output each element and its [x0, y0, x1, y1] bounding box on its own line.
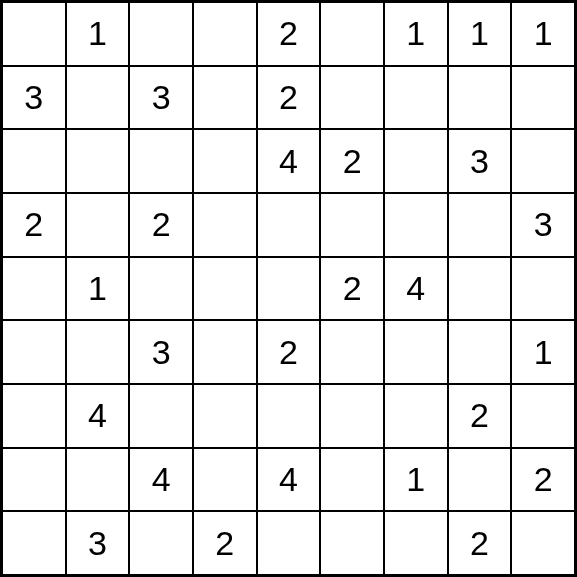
cell-0-8[interactable]: 1 — [511, 2, 575, 66]
cell-2-5[interactable]: 2 — [320, 129, 384, 193]
cell-3-1[interactable] — [66, 193, 130, 257]
cell-2-2[interactable] — [129, 129, 193, 193]
cell-3-6[interactable] — [384, 193, 448, 257]
cell-5-3[interactable] — [193, 320, 257, 384]
cell-8-7[interactable]: 2 — [448, 511, 512, 575]
cell-3-2[interactable]: 2 — [129, 193, 193, 257]
puzzle-grid: 1 2 1 1 1 3 3 2 4 2 3 2 2 3 1 2 4 3 2 1 … — [0, 0, 577, 577]
cell-0-7[interactable]: 1 — [448, 2, 512, 66]
cell-2-4[interactable]: 4 — [257, 129, 321, 193]
cell-5-7[interactable] — [448, 320, 512, 384]
cell-7-8[interactable]: 2 — [511, 448, 575, 512]
cell-1-5[interactable] — [320, 66, 384, 130]
cell-5-5[interactable] — [320, 320, 384, 384]
cell-6-1[interactable]: 4 — [66, 384, 130, 448]
cell-3-7[interactable] — [448, 193, 512, 257]
cell-8-8[interactable] — [511, 511, 575, 575]
cell-4-6[interactable]: 4 — [384, 257, 448, 321]
cell-0-3[interactable] — [193, 2, 257, 66]
cell-0-2[interactable] — [129, 2, 193, 66]
cell-5-6[interactable] — [384, 320, 448, 384]
cell-2-1[interactable] — [66, 129, 130, 193]
cell-7-7[interactable] — [448, 448, 512, 512]
cell-6-4[interactable] — [257, 384, 321, 448]
cell-5-1[interactable] — [66, 320, 130, 384]
cell-6-8[interactable] — [511, 384, 575, 448]
cell-8-3[interactable]: 2 — [193, 511, 257, 575]
cell-4-5[interactable]: 2 — [320, 257, 384, 321]
cell-8-2[interactable] — [129, 511, 193, 575]
cell-5-0[interactable] — [2, 320, 66, 384]
cell-3-8[interactable]: 3 — [511, 193, 575, 257]
cell-0-5[interactable] — [320, 2, 384, 66]
cell-2-0[interactable] — [2, 129, 66, 193]
cell-3-5[interactable] — [320, 193, 384, 257]
cell-2-7[interactable]: 3 — [448, 129, 512, 193]
cell-7-0[interactable] — [2, 448, 66, 512]
cell-1-8[interactable] — [511, 66, 575, 130]
cell-4-7[interactable] — [448, 257, 512, 321]
cell-3-0[interactable]: 2 — [2, 193, 66, 257]
cell-1-6[interactable] — [384, 66, 448, 130]
cell-7-3[interactable] — [193, 448, 257, 512]
cell-7-6[interactable]: 1 — [384, 448, 448, 512]
cell-1-7[interactable] — [448, 66, 512, 130]
cell-8-0[interactable] — [2, 511, 66, 575]
cell-4-2[interactable] — [129, 257, 193, 321]
cell-5-4[interactable]: 2 — [257, 320, 321, 384]
cell-8-1[interactable]: 3 — [66, 511, 130, 575]
cell-8-5[interactable] — [320, 511, 384, 575]
cell-4-1[interactable]: 1 — [66, 257, 130, 321]
cell-3-3[interactable] — [193, 193, 257, 257]
cell-5-2[interactable]: 3 — [129, 320, 193, 384]
cell-1-3[interactable] — [193, 66, 257, 130]
cell-6-6[interactable] — [384, 384, 448, 448]
cell-4-3[interactable] — [193, 257, 257, 321]
cell-4-0[interactable] — [2, 257, 66, 321]
cell-7-1[interactable] — [66, 448, 130, 512]
cell-7-5[interactable] — [320, 448, 384, 512]
cell-0-4[interactable]: 2 — [257, 2, 321, 66]
cell-2-6[interactable] — [384, 129, 448, 193]
cell-6-0[interactable] — [2, 384, 66, 448]
cell-7-4[interactable]: 4 — [257, 448, 321, 512]
cell-8-6[interactable] — [384, 511, 448, 575]
cell-0-0[interactable] — [2, 2, 66, 66]
cell-6-7[interactable]: 2 — [448, 384, 512, 448]
cell-1-0[interactable]: 3 — [2, 66, 66, 130]
cell-3-4[interactable] — [257, 193, 321, 257]
cell-2-8[interactable] — [511, 129, 575, 193]
cell-1-4[interactable]: 2 — [257, 66, 321, 130]
cell-7-2[interactable]: 4 — [129, 448, 193, 512]
cell-2-3[interactable] — [193, 129, 257, 193]
cell-5-8[interactable]: 1 — [511, 320, 575, 384]
cell-8-4[interactable] — [257, 511, 321, 575]
cell-0-6[interactable]: 1 — [384, 2, 448, 66]
cell-4-8[interactable] — [511, 257, 575, 321]
cell-6-5[interactable] — [320, 384, 384, 448]
cell-0-1[interactable]: 1 — [66, 2, 130, 66]
cell-1-1[interactable] — [66, 66, 130, 130]
cell-6-2[interactable] — [129, 384, 193, 448]
cell-4-4[interactable] — [257, 257, 321, 321]
cell-1-2[interactable]: 3 — [129, 66, 193, 130]
cell-6-3[interactable] — [193, 384, 257, 448]
